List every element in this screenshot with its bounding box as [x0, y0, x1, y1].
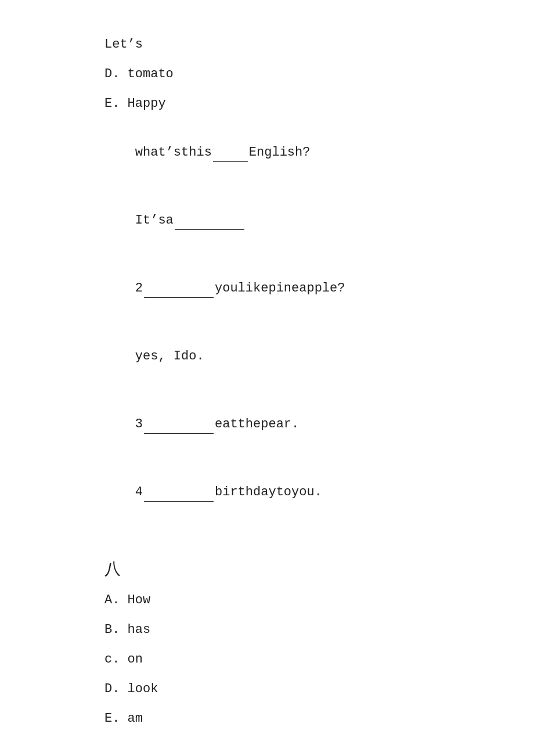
a-how-line: A. How	[104, 591, 430, 610]
lets-line: Let’s	[104, 35, 430, 54]
b-has-line: B. has	[104, 620, 430, 639]
q2-blank[interactable]	[175, 229, 244, 230]
q6-suffix: birthdaytoyou.	[215, 485, 322, 499]
q1-suffix: English?	[249, 145, 311, 160]
q2-line: It’sa	[104, 192, 430, 249]
q3-suffix: youlikepineapple?	[215, 281, 345, 296]
q4-line: yes, Ido.	[104, 327, 430, 385]
c-on-line: c. on	[104, 650, 430, 669]
d-tomato-line: D. tomato	[104, 64, 430, 84]
section2-header: 八	[104, 558, 430, 580]
q1-prefix: what’sthis	[135, 145, 212, 160]
q1-line: what’sthisEnglish?	[104, 124, 430, 181]
q1-blank[interactable]	[213, 161, 248, 162]
q5-prefix: 3	[135, 417, 143, 431]
q6-blank[interactable]	[144, 501, 214, 502]
q2-prefix: It’sa	[135, 213, 174, 228]
q3-line: 2youlikepineapple?	[104, 260, 430, 317]
q5-blank[interactable]	[144, 433, 214, 434]
d-look-line: D. look	[104, 679, 430, 699]
q6-prefix: 4	[135, 485, 143, 499]
q5-line: 3eatthepear.	[104, 395, 430, 453]
q4-text: yes, Ido.	[135, 349, 204, 363]
main-content: Let’s D. tomato E. Happy what’sthisEngli…	[104, 35, 430, 756]
q3-blank[interactable]	[144, 297, 214, 298]
e-happy-line: E. Happy	[104, 94, 430, 113]
q6-line: 4birthdaytoyou.	[104, 463, 430, 521]
q5-suffix: eatthepear.	[215, 417, 299, 431]
s2q1-line: . mayItrythem?	[104, 739, 430, 756]
e-am-line: E. am	[104, 709, 430, 728]
q3-prefix: 2	[135, 281, 143, 296]
